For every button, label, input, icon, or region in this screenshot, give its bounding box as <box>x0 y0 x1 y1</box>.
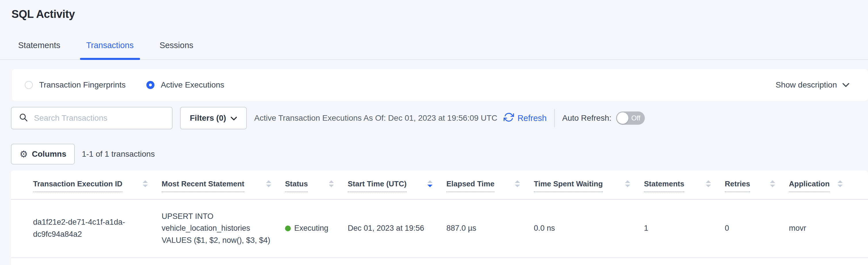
chevron-down-icon <box>842 80 849 89</box>
column-header-most-recent-statement[interactable]: Most Recent Statement <box>162 179 285 199</box>
search-icon <box>19 113 28 123</box>
vertical-divider <box>554 109 555 127</box>
columns-button[interactable]: ⚙ Columns <box>11 144 75 164</box>
refresh-button[interactable]: Refresh <box>504 112 547 125</box>
sort-icon <box>837 180 843 189</box>
gear-icon: ⚙ <box>20 150 28 159</box>
column-header-elapsed-time[interactable]: Elapsed Time <box>446 179 534 199</box>
filters-button[interactable]: Filters (0) <box>180 107 247 129</box>
radio-label: Active Executions <box>161 80 224 89</box>
radio-label: Transaction Fingerprints <box>39 80 126 89</box>
sort-desc-icon <box>427 180 433 189</box>
cell-transaction-execution-id[interactable]: da1f21e2-de71-4c1f-a1da-dc9fc94a84a2 <box>33 216 162 240</box>
result-count: 1-1 of 1 transactions <box>82 150 155 159</box>
radio-active-executions[interactable]: Active Executions <box>146 80 224 89</box>
search-box[interactable] <box>11 107 173 129</box>
show-description-toggle[interactable]: Show description <box>776 80 849 89</box>
table-toolbar: ⚙ Columns 1-1 of 1 transactions <box>11 144 868 164</box>
refresh-label: Refresh <box>518 113 547 123</box>
toggle-state-label: Off <box>631 114 641 122</box>
radio-transaction-fingerprints[interactable]: Transaction Fingerprints <box>25 80 126 89</box>
view-mode-card: Transaction Fingerprints Active Executio… <box>12 69 868 101</box>
columns-label: Columns <box>32 150 66 159</box>
column-header-application[interactable]: Application <box>789 179 857 199</box>
cell-elapsed-time: 887.0 µs <box>446 222 534 235</box>
sort-icon <box>142 180 148 189</box>
controls-row: Filters (0) Active Transaction Execution… <box>11 107 868 129</box>
refresh-icon <box>504 112 514 125</box>
cell-application: movr <box>789 222 857 235</box>
column-header-statements[interactable]: Statements <box>644 179 725 199</box>
page-title: SQL Activity <box>11 8 868 21</box>
column-header-status[interactable]: Status <box>285 179 348 199</box>
radio-unselected-icon[interactable] <box>25 81 33 89</box>
sql-activity-page: SQL Activity Statements Transactions Ses… <box>0 0 868 265</box>
toggle-knob-icon <box>617 112 628 124</box>
as-of-timestamp: Active Transaction Executions As Of: Dec… <box>254 113 497 123</box>
cell-status: Executing <box>285 222 348 235</box>
column-header-retries[interactable]: Retries <box>725 179 789 199</box>
column-header-transaction-execution-id[interactable]: Transaction Execution ID <box>33 179 162 199</box>
cell-time-spent-waiting: 0.0 ns <box>534 222 644 235</box>
cell-most-recent-statement[interactable]: UPSERT INTO vehicle_location_histories V… <box>162 211 285 247</box>
radio-selected-icon[interactable] <box>146 81 154 89</box>
tab-statements[interactable]: Statements <box>12 41 67 59</box>
executing-status-dot-icon <box>285 226 291 231</box>
cell-start-time: Dec 01, 2023 at 19:56 <box>348 222 446 235</box>
filters-label: Filters (0) <box>190 113 226 123</box>
sort-icon <box>328 180 335 189</box>
tab-bar: Statements Transactions Sessions <box>0 41 868 60</box>
sort-icon <box>705 180 712 189</box>
auto-refresh-label: Auto Refresh: <box>562 113 612 123</box>
table-header-row: Transaction Execution ID Most Recent Sta… <box>11 179 868 200</box>
sort-icon <box>624 180 631 189</box>
cell-retries: 0 <box>725 222 789 235</box>
cell-statements: 1 <box>644 222 725 235</box>
tab-transactions[interactable]: Transactions <box>80 41 140 59</box>
column-header-time-spent-waiting[interactable]: Time Spent Waiting <box>534 179 644 199</box>
search-input[interactable] <box>34 113 164 123</box>
sort-icon <box>266 180 272 189</box>
chevron-down-icon <box>231 113 237 123</box>
sort-icon <box>769 180 776 189</box>
auto-refresh-toggle[interactable]: Off <box>616 111 645 125</box>
sort-icon <box>514 180 521 189</box>
show-description-label: Show description <box>776 80 837 89</box>
table-row: da1f21e2-de71-4c1f-a1da-dc9fc94a84a2 UPS… <box>11 200 868 258</box>
tab-sessions[interactable]: Sessions <box>153 41 200 59</box>
column-header-start-time[interactable]: Start Time (UTC) <box>348 179 446 199</box>
status-label: Executing <box>294 222 329 235</box>
transactions-table: Transaction Execution ID Most Recent Sta… <box>11 170 868 265</box>
